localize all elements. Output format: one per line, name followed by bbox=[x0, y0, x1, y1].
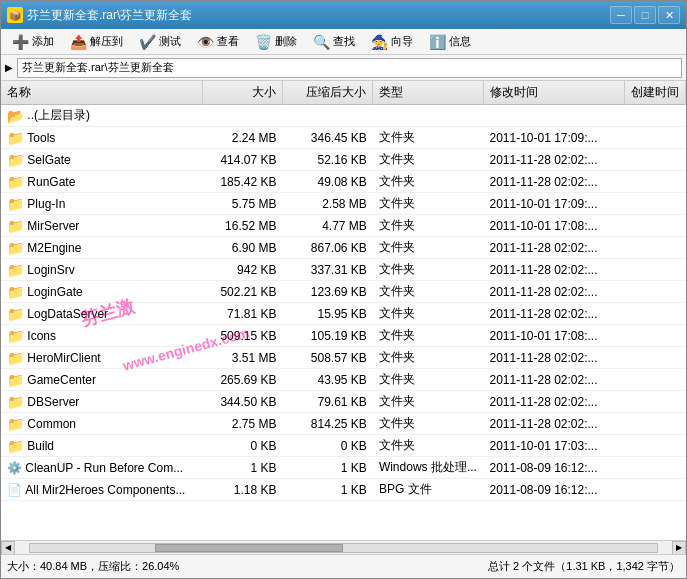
col-modified[interactable]: 修改时间 bbox=[483, 81, 624, 105]
test-button[interactable]: ✔️ 测试 bbox=[132, 31, 188, 53]
table-row[interactable]: 📁 Icons 509.15 KB 105.19 KB 文件夹 2011-10-… bbox=[1, 325, 686, 347]
cell-compressed: 123.69 KB bbox=[282, 281, 372, 303]
close-button[interactable]: ✕ bbox=[658, 6, 680, 24]
cell-compressed: 2.58 MB bbox=[282, 193, 372, 215]
cell-size bbox=[202, 105, 282, 127]
address-input[interactable] bbox=[17, 58, 682, 78]
table-row[interactable]: 📂 ..(上层目录) bbox=[1, 105, 686, 127]
folder-icon: 📁 bbox=[7, 394, 24, 410]
table-row[interactable]: 📁 LogDataServer 71.81 KB 15.95 KB 文件夹 20… bbox=[1, 303, 686, 325]
title-text: 芬兰更新全套.rar\芬兰更新全套 bbox=[27, 7, 606, 24]
cell-size: 2.75 MB bbox=[202, 413, 282, 435]
cell-modified: 2011-10-01 17:08:... bbox=[483, 325, 624, 347]
cell-compressed bbox=[282, 105, 372, 127]
table-row[interactable]: 📁 MirServer 16.52 MB 4.77 MB 文件夹 2011-10… bbox=[1, 215, 686, 237]
cell-compressed: 49.08 KB bbox=[282, 171, 372, 193]
col-compressed[interactable]: 压缩后大小 bbox=[282, 81, 372, 105]
cell-name: 📂 ..(上层目录) bbox=[1, 105, 202, 127]
cell-created bbox=[624, 127, 685, 149]
table-row[interactable]: 📁 LoginGate 502.21 KB 123.69 KB 文件夹 2011… bbox=[1, 281, 686, 303]
cell-type bbox=[373, 105, 484, 127]
cell-modified: 2011-11-28 02:02:... bbox=[483, 149, 624, 171]
add-button[interactable]: ➕ 添加 bbox=[5, 31, 61, 53]
cell-created bbox=[624, 237, 685, 259]
table-row[interactable]: 📁 Plug-In 5.75 MB 2.58 MB 文件夹 2011-10-01… bbox=[1, 193, 686, 215]
info-icon: ℹ️ bbox=[429, 34, 446, 50]
file-icon: ⚙️ bbox=[7, 461, 22, 475]
delete-button[interactable]: 🗑️ 删除 bbox=[248, 31, 304, 53]
cell-compressed: 105.19 KB bbox=[282, 325, 372, 347]
cell-size: 0 KB bbox=[202, 435, 282, 457]
cell-compressed: 337.31 KB bbox=[282, 259, 372, 281]
table-row[interactable]: 📁 Tools 2.24 MB 346.45 KB 文件夹 2011-10-01… bbox=[1, 127, 686, 149]
cell-modified: 2011-11-28 02:02:... bbox=[483, 281, 624, 303]
cell-type: BPG 文件 bbox=[373, 479, 484, 501]
col-type[interactable]: 类型 bbox=[373, 81, 484, 105]
cell-created bbox=[624, 193, 685, 215]
extract-button[interactable]: 📤 解压到 bbox=[63, 31, 130, 53]
cell-created bbox=[624, 479, 685, 501]
cell-size: 6.90 MB bbox=[202, 237, 282, 259]
wizard-button[interactable]: 🧙 向导 bbox=[364, 31, 420, 53]
cell-modified: 2011-08-09 16:12:... bbox=[483, 479, 624, 501]
col-size[interactable]: 大小 bbox=[202, 81, 282, 105]
col-name[interactable]: 名称 bbox=[1, 81, 202, 105]
cell-size: 2.24 MB bbox=[202, 127, 282, 149]
horizontal-scrollbar[interactable]: ◀ ▶ bbox=[1, 540, 686, 554]
cell-modified: 2011-10-01 17:09:... bbox=[483, 127, 624, 149]
delete-icon: 🗑️ bbox=[255, 34, 272, 50]
cell-created bbox=[624, 171, 685, 193]
status-bar: 大小：40.84 MB，压缩比：26.04% 总计 2 个文件（1.31 KB，… bbox=[1, 554, 686, 578]
scroll-track[interactable] bbox=[29, 543, 658, 553]
status-file-count: 总计 2 个文件（1.31 KB，1,342 字节） bbox=[488, 559, 680, 574]
cell-type: 文件夹 bbox=[373, 259, 484, 281]
cell-type: 文件夹 bbox=[373, 435, 484, 457]
cell-type: 文件夹 bbox=[373, 215, 484, 237]
window-controls: ─ □ ✕ bbox=[610, 6, 680, 24]
col-created[interactable]: 创建时间 bbox=[624, 81, 685, 105]
cell-size: 1 KB bbox=[202, 457, 282, 479]
folder-icon: 📁 bbox=[7, 130, 24, 146]
table-row[interactable]: 📁 DBServer 344.50 KB 79.61 KB 文件夹 2011-1… bbox=[1, 391, 686, 413]
cell-modified: 2011-11-28 02:02:... bbox=[483, 391, 624, 413]
file-table: 名称 大小 压缩后大小 类型 修改时间 创建时间 📂 ..(上层目录) 📁 To… bbox=[1, 81, 686, 501]
minimize-button[interactable]: ─ bbox=[610, 6, 632, 24]
extract-icon: 📤 bbox=[70, 34, 87, 50]
table-row[interactable]: 📄 All Mir2Heroes Components... 1.18 KB 1… bbox=[1, 479, 686, 501]
maximize-button[interactable]: □ bbox=[634, 6, 656, 24]
table-row[interactable]: ⚙️ CleanUP - Run Before Com... 1 KB 1 KB… bbox=[1, 457, 686, 479]
cell-size: 185.42 KB bbox=[202, 171, 282, 193]
table-row[interactable]: 📁 GameCenter 265.69 KB 43.95 KB 文件夹 2011… bbox=[1, 369, 686, 391]
cell-created bbox=[624, 391, 685, 413]
cell-size: 16.52 MB bbox=[202, 215, 282, 237]
table-row[interactable]: 📁 SelGate 414.07 KB 52.16 KB 文件夹 2011-11… bbox=[1, 149, 686, 171]
find-button[interactable]: 🔍 查找 bbox=[306, 31, 362, 53]
cell-name: 📁 DBServer bbox=[1, 391, 202, 413]
folder-icon: 📁 bbox=[7, 218, 24, 234]
table-row[interactable]: 📁 Build 0 KB 0 KB 文件夹 2011-10-01 17:03:.… bbox=[1, 435, 686, 457]
status-size-info: 大小：40.84 MB，压缩比：26.04% bbox=[7, 559, 179, 574]
cell-created bbox=[624, 369, 685, 391]
folder-icon: 📁 bbox=[7, 372, 24, 388]
table-row[interactable]: 📁 RunGate 185.42 KB 49.08 KB 文件夹 2011-11… bbox=[1, 171, 686, 193]
cell-created bbox=[624, 347, 685, 369]
cell-type: 文件夹 bbox=[373, 149, 484, 171]
table-row[interactable]: 📁 HeroMirClient 3.51 MB 508.57 KB 文件夹 20… bbox=[1, 347, 686, 369]
cell-compressed: 15.95 KB bbox=[282, 303, 372, 325]
scroll-right-button[interactable]: ▶ bbox=[672, 541, 686, 555]
table-row[interactable]: 📁 Common 2.75 MB 814.25 KB 文件夹 2011-11-2… bbox=[1, 413, 686, 435]
cell-compressed: 1 KB bbox=[282, 479, 372, 501]
view-button[interactable]: 👁️ 查看 bbox=[190, 31, 246, 53]
info-button[interactable]: ℹ️ 信息 bbox=[422, 31, 478, 53]
folder-icon: 📁 bbox=[7, 284, 24, 300]
cell-modified: 2011-11-28 02:02:... bbox=[483, 369, 624, 391]
cell-name: 📁 SelGate bbox=[1, 149, 202, 171]
table-row[interactable]: 📁 M2Engine 6.90 MB 867.06 KB 文件夹 2011-11… bbox=[1, 237, 686, 259]
scroll-left-button[interactable]: ◀ bbox=[1, 541, 15, 555]
cell-modified: 2011-10-01 17:08:... bbox=[483, 215, 624, 237]
cell-modified: 2011-11-28 02:02:... bbox=[483, 303, 624, 325]
cell-compressed: 52.16 KB bbox=[282, 149, 372, 171]
scroll-thumb[interactable] bbox=[155, 544, 343, 552]
cell-compressed: 867.06 KB bbox=[282, 237, 372, 259]
table-row[interactable]: 📁 LoginSrv 942 KB 337.31 KB 文件夹 2011-11-… bbox=[1, 259, 686, 281]
